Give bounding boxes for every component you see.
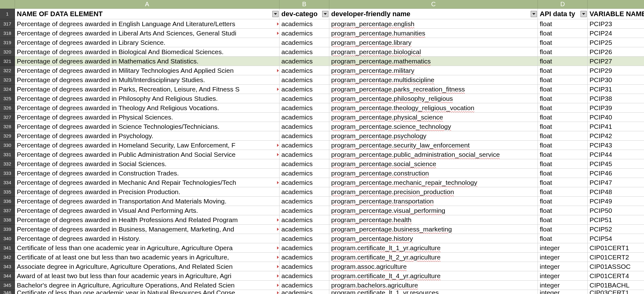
cell-name-of-data-element[interactable]: Percentage of degrees awarded in Philoso…	[15, 94, 280, 103]
cell-developer-friendly-name[interactable]: program.certificate_lt_1_yr.agriculture	[329, 243, 538, 253]
cell-api-data-type[interactable]: float	[538, 47, 588, 57]
row-header[interactable]: 339	[0, 225, 15, 234]
cell-variable-name[interactable]: PCIP25	[588, 38, 644, 47]
cell-variable-name[interactable]: PCIP51	[588, 215, 644, 225]
cell-name-of-data-element[interactable]: Percentage of degrees awarded in Public …	[15, 150, 280, 159]
cell-api-data-type[interactable]: integer	[538, 262, 588, 271]
cell-developer-friendly-name[interactable]: program_percentage.humanities	[329, 29, 538, 38]
cell-developer-friendly-name[interactable]: program_percentage.public_administration…	[329, 150, 538, 159]
cell-api-data-type[interactable]: float	[538, 234, 588, 243]
filter-dropdown-icon[interactable]	[531, 11, 537, 17]
cell-developer-friendly-name[interactable]: program_percentage.psychology	[329, 131, 538, 141]
cell-dev-category[interactable]: academics	[280, 47, 329, 57]
cell-api-data-type[interactable]: float	[538, 94, 588, 103]
cell-name-of-data-element[interactable]: Percentage of degrees awarded in Library…	[15, 38, 280, 47]
cell-api-data-type[interactable]: float	[538, 19, 588, 29]
cell-dev-category[interactable]: academics	[280, 113, 329, 122]
cell-name-of-data-element[interactable]: Percentage of degrees awarded in Precisi…	[15, 187, 280, 197]
filter-dropdown-icon[interactable]	[581, 11, 587, 17]
cell-dev-category[interactable]: academics	[280, 206, 329, 215]
cell-variable-name[interactable]: CIP01CERT2	[588, 253, 644, 262]
row-header[interactable]: 328	[0, 122, 15, 131]
cell-developer-friendly-name[interactable]: program_percentage.mathematics	[329, 57, 538, 66]
cell-variable-name[interactable]: PCIP39	[588, 103, 644, 113]
cell-variable-name[interactable]: PCIP27	[588, 57, 644, 66]
cell-name-of-data-element[interactable]: Certificate of less than one academic ye…	[15, 290, 280, 294]
row-header[interactable]: 335	[0, 187, 15, 197]
cell-developer-friendly-name[interactable]: program_percentage.transportation	[329, 197, 538, 206]
cell-api-data-type[interactable]: float	[538, 187, 588, 197]
cell-api-data-type[interactable]: integer	[538, 253, 588, 262]
row-header[interactable]: 327	[0, 113, 15, 122]
cell-variable-name[interactable]: PCIP29	[588, 66, 644, 75]
cell-name-of-data-element[interactable]: Percentage of degrees awarded in Multi/I…	[15, 75, 280, 85]
cell-dev-category[interactable]: academics	[280, 57, 329, 66]
cell-dev-category[interactable]: academics	[280, 225, 329, 234]
cell-api-data-type[interactable]: float	[538, 225, 588, 234]
cell-variable-name[interactable]: PCIP23	[588, 19, 644, 29]
cell-variable-name[interactable]: PCIP30	[588, 75, 644, 85]
cell-developer-friendly-name[interactable]: program_percentage.construction	[329, 169, 538, 178]
cell-developer-friendly-name[interactable]: program_percentage.visual_performing	[329, 206, 538, 215]
filter-dropdown-icon[interactable]	[272, 11, 279, 17]
column-header[interactable]	[588, 0, 644, 9]
row-header[interactable]: 342	[0, 253, 15, 262]
cell-dev-category[interactable]: academics	[280, 169, 329, 178]
cell-name-of-data-element[interactable]: Percentage of degrees awarded in Busines…	[15, 225, 280, 234]
cell-developer-friendly-name[interactable]: program_percentage.philosophy_religious	[329, 94, 538, 103]
cell-developer-friendly-name[interactable]: program_percentage.precision_production	[329, 187, 538, 197]
cell-name-of-data-element[interactable]: Percentage of degrees awarded in English…	[15, 19, 280, 29]
cell-dev-category[interactable]: academics	[280, 271, 329, 281]
row-header[interactable]: 322	[0, 66, 15, 75]
cell-developer-friendly-name[interactable]: program_percentage.english	[329, 19, 538, 29]
cell-name-of-data-element[interactable]: Percentage of degrees awarded in Militar…	[15, 66, 280, 75]
header-cell[interactable]: VARIABLE NAME	[588, 9, 644, 19]
row-header[interactable]: 334	[0, 178, 15, 187]
row-header[interactable]: 1	[0, 9, 15, 19]
cell-variable-name[interactable]: PCIP50	[588, 206, 644, 215]
column-header[interactable]: D	[538, 0, 588, 9]
cell-developer-friendly-name[interactable]: program_percentage.physical_science	[329, 113, 538, 122]
cell-api-data-type[interactable]: float	[538, 113, 588, 122]
cell-variable-name[interactable]: PCIP45	[588, 159, 644, 169]
cell-developer-friendly-name[interactable]: program_percentage.business_marketing	[329, 225, 538, 234]
cell-dev-category[interactable]: academics	[280, 141, 329, 150]
cell-dev-category[interactable]: academics	[280, 122, 329, 131]
cell-dev-category[interactable]: academics	[280, 234, 329, 243]
cell-api-data-type[interactable]: integer	[538, 271, 588, 281]
cell-developer-friendly-name[interactable]: program.bachelors.agriculture	[329, 281, 538, 290]
cell-variable-name[interactable]: PCIP41	[588, 122, 644, 131]
cell-variable-name[interactable]: PCIP54	[588, 234, 644, 243]
row-header[interactable]: 321	[0, 57, 15, 66]
row-header[interactable]: 318	[0, 29, 15, 38]
row-header[interactable]: 323	[0, 75, 15, 85]
cell-dev-category[interactable]: academics	[280, 19, 329, 29]
cell-name-of-data-element[interactable]: Percentage of degrees awarded in Constru…	[15, 169, 280, 178]
cell-variable-name[interactable]: PCIP44	[588, 150, 644, 159]
column-header[interactable]: C	[329, 0, 538, 9]
column-header[interactable]: A	[15, 0, 280, 9]
cell-api-data-type[interactable]: float	[538, 215, 588, 225]
cell-variable-name[interactable]: PCIP46	[588, 169, 644, 178]
cell-dev-category[interactable]: academics	[280, 103, 329, 113]
cell-name-of-data-element[interactable]: Percentage of degrees awarded in Homelan…	[15, 141, 280, 150]
cell-dev-category[interactable]: academics	[280, 66, 329, 75]
cell-api-data-type[interactable]: float	[538, 103, 588, 113]
cell-name-of-data-element[interactable]: Award of at least two but less than four…	[15, 271, 280, 281]
cell-name-of-data-element[interactable]: Percentage of degrees awarded in Parks, …	[15, 85, 280, 94]
cell-api-data-type[interactable]: float	[538, 122, 588, 131]
cell-variable-name[interactable]: PCIP43	[588, 141, 644, 150]
cell-dev-category[interactable]: academics	[280, 281, 329, 290]
cell-name-of-data-element[interactable]: Percentage of degrees awarded in Health …	[15, 215, 280, 225]
cell-dev-category[interactable]: academics	[280, 159, 329, 169]
cell-developer-friendly-name[interactable]: program_percentage.social_science	[329, 159, 538, 169]
cell-name-of-data-element[interactable]: Percentage of degrees awarded in Liberal…	[15, 29, 280, 38]
cell-api-data-type[interactable]: float	[538, 141, 588, 150]
cell-dev-category[interactable]: academics	[280, 290, 329, 294]
cell-variable-name[interactable]: CIP03CERT1	[588, 290, 644, 294]
cell-api-data-type[interactable]: float	[538, 169, 588, 178]
row-header[interactable]: 346	[0, 290, 15, 294]
select-all-corner[interactable]	[0, 0, 15, 9]
row-header[interactable]: 344	[0, 271, 15, 281]
cell-developer-friendly-name[interactable]: program_percentage.biological	[329, 47, 538, 57]
